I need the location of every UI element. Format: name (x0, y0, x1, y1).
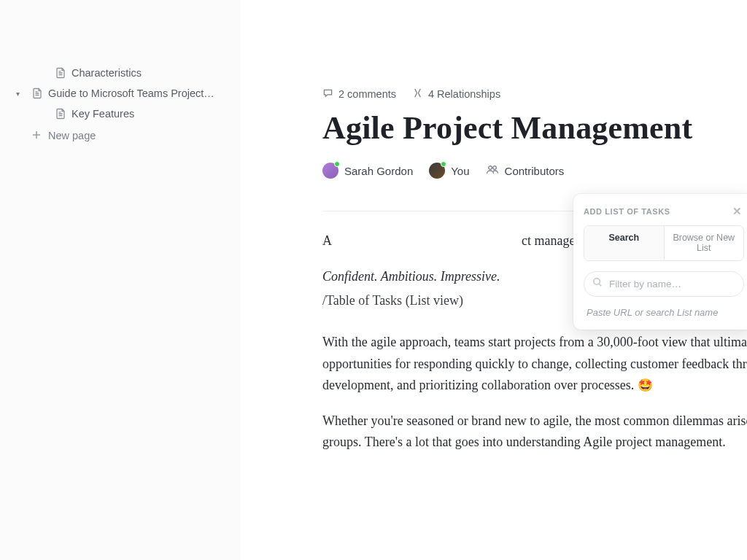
sidebar-item-label: Characteristics (71, 67, 142, 79)
avatar (429, 163, 445, 179)
relationships-text: 4 Relationships (428, 88, 500, 100)
page-icon (55, 67, 66, 79)
text: A (322, 233, 331, 248)
sidebar-item-label: Guide to Microsoft Teams Project… (48, 88, 214, 99)
add-list-popover: ADD LIST OF TASKS ✕ Search Browse or New… (573, 194, 747, 330)
comments-text: 2 comments (338, 88, 396, 100)
sidebar: Characteristics ▾ Guide to Microsoft Tea… (0, 0, 241, 560)
sidebar-item-key-features[interactable]: Key Features (0, 104, 241, 124)
svg-point-1 (492, 166, 496, 169)
popover-title: ADD LIST OF TASKS (584, 207, 670, 216)
sidebar-item-guide[interactable]: ▾ Guide to Microsoft Teams Project… (0, 83, 241, 104)
contributor-name: Sarah Gordon (344, 165, 413, 177)
page-meta: 2 comments 4 Relationships (322, 88, 747, 101)
contributors-row: Sarah Gordon You Contributors (322, 163, 747, 192)
new-page-label: New page (48, 130, 96, 141)
italic-text: Confident. Ambitious. Impressive. (322, 269, 500, 284)
presence-dot-icon (441, 161, 446, 167)
main: 2 comments 4 Relationships Agile Project… (241, 0, 747, 560)
svg-point-0 (488, 166, 492, 169)
svg-point-2 (594, 279, 600, 284)
comments-link[interactable]: 2 comments (322, 88, 396, 101)
paragraph: Whether you're seasoned or brand new to … (322, 411, 747, 453)
presence-dot-icon (334, 161, 340, 167)
popover-hint: Paste URL or search List name (584, 307, 744, 318)
tab-search[interactable]: Search (584, 226, 665, 260)
text: With the agile approach, teams start pro… (322, 335, 747, 392)
page-icon (55, 108, 66, 120)
contributor-sarah[interactable]: Sarah Gordon (322, 163, 413, 179)
tab-browse[interactable]: Browse or New List (665, 226, 744, 260)
close-icon[interactable]: ✕ (731, 204, 744, 218)
filter-input[interactable] (584, 271, 744, 297)
page-title: Agile Project Management (322, 109, 747, 147)
contributors-more[interactable]: Contributors (486, 165, 565, 177)
relationships-link[interactable]: 4 Relationships (412, 88, 500, 101)
new-page-button[interactable]: New page (0, 124, 241, 147)
relationships-icon (412, 88, 423, 101)
avatar (322, 163, 338, 179)
comment-icon (322, 88, 333, 101)
search-icon (592, 277, 603, 290)
emoji-star-struck-icon: 🤩 (638, 378, 653, 392)
people-icon (486, 165, 499, 177)
sidebar-item-characteristics[interactable]: Characteristics (0, 63, 241, 83)
plus-icon (32, 130, 41, 141)
contributor-you[interactable]: You (429, 163, 469, 179)
page-icon (32, 88, 42, 99)
sidebar-item-label: Key Features (71, 108, 134, 120)
popover-tabs: Search Browse or New List (584, 225, 744, 261)
contributors-label: Contributors (505, 165, 565, 177)
contributor-name: You (451, 165, 469, 177)
paragraph: With the agile approach, teams start pro… (322, 332, 747, 395)
caret-down-icon[interactable]: ▾ (16, 90, 25, 98)
